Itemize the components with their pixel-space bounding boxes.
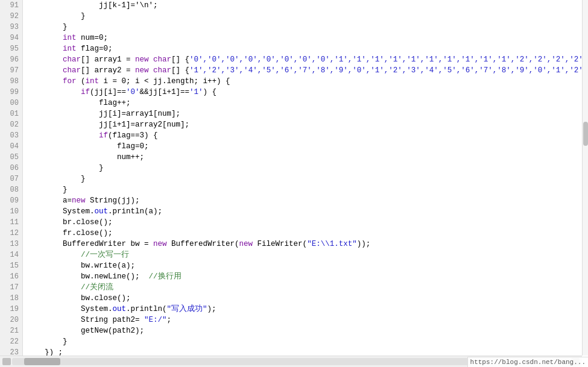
code-line: } bbox=[27, 22, 588, 33]
code-line: int flag=0; bbox=[27, 43, 588, 54]
line-number: 23 bbox=[4, 347, 19, 356]
line-number: 09 bbox=[4, 195, 19, 206]
line-number: 17 bbox=[4, 282, 19, 293]
code-line: } bbox=[27, 336, 588, 347]
line-number: 92 bbox=[4, 11, 19, 22]
code-line: char[] array2 = new char[] {'1','2','3',… bbox=[27, 65, 588, 76]
code-line: BufferedWriter bw = new BufferedWriter(n… bbox=[27, 239, 588, 249]
code-line: getNew(path2); bbox=[27, 325, 588, 336]
line-number: 21 bbox=[4, 325, 19, 336]
code-line: } bbox=[27, 184, 588, 195]
code-line: System.out.println("写入成功"); bbox=[27, 304, 588, 315]
line-number: 95 bbox=[4, 43, 19, 54]
line-number: 04 bbox=[4, 141, 19, 152]
scroll-left-btn[interactable] bbox=[2, 358, 11, 365]
code-line: String path2= "E:/"; bbox=[27, 315, 588, 325]
code-line: } bbox=[27, 174, 588, 184]
code-editor: 9192939495969798990001020304050607080910… bbox=[0, 0, 588, 356]
vertical-scrollbar[interactable] bbox=[582, 0, 588, 356]
code-line: bw.write(a); bbox=[27, 260, 588, 271]
code-line: jj[i+1]=array2[num]; bbox=[27, 119, 588, 130]
line-number: 14 bbox=[4, 249, 19, 260]
code-line: num++; bbox=[27, 152, 588, 163]
line-number: 98 bbox=[4, 76, 19, 87]
code-area[interactable]: jj[k-1]='\n'; } } int num=0; int flag=0;… bbox=[23, 0, 588, 356]
code-line: if(jj[i]=='0'&&jj[i+1]=='1') { bbox=[27, 87, 588, 98]
code-line: a=new String(jj); bbox=[27, 195, 588, 206]
scrollbar-thumb[interactable] bbox=[583, 122, 588, 146]
code-line: for (int i = 0; i < jj.length; i++) { bbox=[27, 76, 588, 87]
code-line: bw.close(); bbox=[27, 293, 588, 304]
line-number: 01 bbox=[4, 108, 19, 119]
line-number: 99 bbox=[4, 87, 19, 98]
code-line: jj[k-1]='\n'; bbox=[27, 0, 588, 11]
line-number: 96 bbox=[4, 54, 19, 65]
line-number: 06 bbox=[4, 163, 19, 174]
code-line: fr.close(); bbox=[27, 228, 588, 239]
line-number: 20 bbox=[4, 315, 19, 325]
code-line: jj[i]=array1[num]; bbox=[27, 108, 588, 119]
code-line: flag++; bbox=[27, 98, 588, 108]
code-line: //关闭流 bbox=[27, 282, 588, 293]
line-number: 05 bbox=[4, 152, 19, 163]
line-number: 18 bbox=[4, 293, 19, 304]
line-number: 93 bbox=[4, 22, 19, 33]
code-line: br.close(); bbox=[27, 217, 588, 228]
code-line: }) ; bbox=[27, 347, 588, 356]
line-number: 15 bbox=[4, 260, 19, 271]
line-number: 13 bbox=[4, 239, 19, 249]
line-numbers: 9192939495969798990001020304050607080910… bbox=[0, 0, 23, 356]
code-line: if(flag==3) { bbox=[27, 130, 588, 141]
code-line: flag=0; bbox=[27, 141, 588, 152]
code-line: char[] array1 = new char[] {'0','0','0',… bbox=[27, 54, 588, 65]
horizontal-scroll-thumb[interactable] bbox=[24, 358, 60, 365]
code-line: bw.newLine(); //换行用 bbox=[27, 271, 588, 282]
line-number: 07 bbox=[4, 174, 19, 184]
line-number: 10 bbox=[4, 206, 19, 217]
line-number: 19 bbox=[4, 304, 19, 315]
line-number: 08 bbox=[4, 184, 19, 195]
line-number: 02 bbox=[4, 119, 19, 130]
line-number: 94 bbox=[4, 33, 19, 43]
line-number: 00 bbox=[4, 98, 19, 108]
code-line: System.out.println(a); bbox=[27, 206, 588, 217]
code-line: } bbox=[27, 163, 588, 174]
line-number: 11 bbox=[4, 217, 19, 228]
code-line: int num=0; bbox=[27, 33, 588, 43]
line-number: 12 bbox=[4, 228, 19, 239]
line-number: 03 bbox=[4, 130, 19, 141]
code-line: //一次写一行 bbox=[27, 249, 588, 260]
url-text: https://blog.csdn.net/bang... bbox=[470, 359, 586, 366]
url-bar: https://blog.csdn.net/bang... bbox=[467, 357, 588, 367]
line-number: 91 bbox=[4, 0, 19, 11]
line-number: 97 bbox=[4, 65, 19, 76]
line-number: 22 bbox=[4, 336, 19, 347]
line-number: 16 bbox=[4, 271, 19, 282]
code-line: } bbox=[27, 11, 588, 22]
